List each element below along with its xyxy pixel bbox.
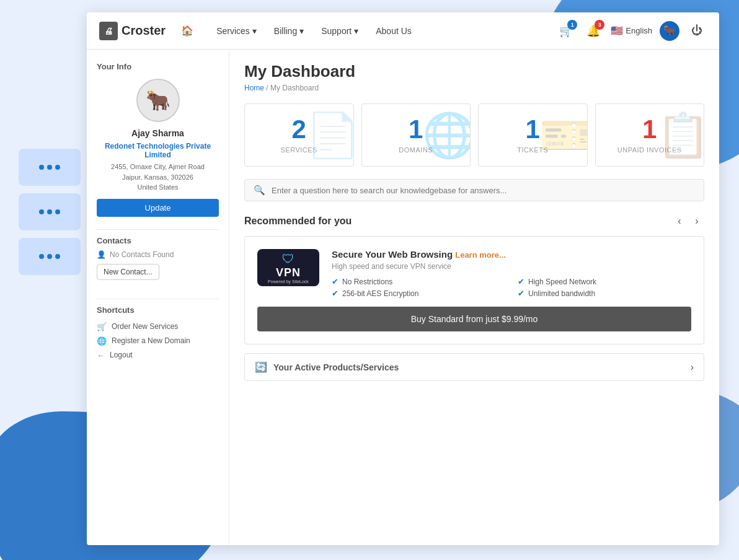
user-avatar: 🐂 — [136, 79, 180, 122]
search-bar: 🔍 — [244, 179, 704, 201]
page-title: My Dashboard — [244, 62, 704, 81]
shortcut-logout[interactable]: ← Logout — [97, 348, 219, 362]
recommend-card: 🛡 VPN Powered by SiteLock Secure Your We… — [244, 236, 704, 344]
vpn-text: VPN — [276, 266, 301, 279]
vpn-sub: Powered by SiteLock — [268, 279, 309, 284]
arrow-right-icon: › — [691, 362, 694, 373]
recommend-top: 🛡 VPN Powered by SiteLock Secure Your We… — [257, 249, 691, 298]
left-card-3 — [19, 238, 81, 275]
chevron-down-icon: ▾ — [299, 26, 304, 36]
user-company: Redonet Technologies Private Limited — [97, 142, 219, 159]
stat-invoices-number: 1 — [602, 116, 698, 142]
recommended-title: Recommended for you — [244, 216, 352, 227]
user-avatar-nav[interactable]: 🐂 — [660, 21, 679, 41]
nav-arrows: ‹ › — [672, 214, 704, 229]
refresh-icon: 🔄 — [255, 361, 267, 373]
check-icon: ✔ — [518, 277, 524, 286]
breadcrumb-home[interactable]: Home — [244, 84, 264, 92]
shortcut-order-services[interactable]: 🛒 Order New Services — [97, 320, 219, 334]
active-products-text: Your Active Products/Services — [273, 362, 684, 372]
power-icon: ⏻ — [691, 24, 702, 37]
cart-badge: 1 — [567, 20, 577, 30]
arrow-left-icon: ← — [97, 351, 105, 360]
nav-links: Services ▾ Billing ▾ Support ▾ About Us — [209, 22, 544, 40]
update-button[interactable]: Update — [97, 199, 219, 217]
new-contact-button[interactable]: New Contact... — [97, 264, 159, 280]
avatar-icon: 🐂 — [660, 21, 679, 41]
features-grid: ✔ No Restrictions ✔ High Speed Network ✔… — [332, 277, 691, 298]
your-info-title: Your Info — [97, 62, 219, 71]
active-products-section[interactable]: 🔄 Your Active Products/Services › — [244, 353, 704, 381]
feature-3: ✔ 256-bit AES Encryption — [332, 289, 505, 298]
stat-services[interactable]: 2 SERVICES 📄 — [244, 103, 354, 167]
shortcuts-title: Shortcuts — [97, 305, 219, 315]
language-button[interactable]: 🇺🇸 English — [611, 25, 652, 37]
contacts-title: Contacts — [97, 236, 219, 245]
next-arrow-button[interactable]: › — [689, 214, 704, 229]
cart-icon: 🛒 — [97, 322, 107, 331]
recommend-body: Secure Your Web Browsing Learn more... H… — [332, 249, 691, 298]
language-label: English — [626, 26, 652, 35]
flag-icon: 🇺🇸 — [611, 25, 623, 37]
feature-4: ✔ Unlimited bandwidth — [518, 289, 691, 298]
main-window: 🖨 Croster 🏠 Services ▾ Billing ▾ Support… — [87, 12, 719, 545]
buy-vpn-button[interactable]: Buy Standard from just $9.99/mo — [257, 307, 691, 331]
navbar: 🖨 Croster 🏠 Services ▾ Billing ▾ Support… — [87, 12, 719, 50]
user-avatar-wrap: 🐂 — [97, 79, 219, 122]
check-icon: ✔ — [332, 277, 339, 286]
stat-tickets[interactable]: 1 TICKETS 🎫 — [478, 103, 588, 167]
page-body: Your Info 🐂 Ajay Sharma Redonet Technolo… — [87, 50, 719, 545]
cart-button[interactable]: 🛒 1 — [556, 21, 576, 41]
vpn-desc: High speed and secure VPN service — [332, 262, 691, 271]
brand-logo[interactable]: 🖨 Croster — [99, 22, 166, 40]
chevron-down-icon: ▾ — [252, 26, 257, 36]
breadcrumb-current: My Dashboard — [270, 84, 319, 92]
nav-about[interactable]: About Us — [368, 22, 419, 40]
check-icon: ✔ — [518, 289, 524, 298]
stat-domains[interactable]: 1 DOMAINS 🌐 — [361, 103, 471, 167]
stat-domains-label: DOMAINS — [368, 146, 464, 154]
learn-more-link[interactable]: Learn more... — [455, 250, 506, 260]
no-contacts-text: 👤 No Contacts Found — [97, 250, 219, 259]
chevron-down-icon: ▾ — [354, 26, 358, 36]
brand-name: Croster — [122, 24, 166, 38]
feature-2: ✔ High Speed Network — [518, 277, 691, 286]
vpn-title: Secure Your Web Browsing Learn more... — [332, 249, 691, 260]
home-nav-button[interactable]: 🏠 — [178, 22, 197, 40]
search-icon: 🔍 — [254, 185, 265, 196]
breadcrumb: Home / My Dashboard — [244, 84, 704, 92]
prev-arrow-button[interactable]: ‹ — [672, 214, 687, 229]
logout-nav-button[interactable]: ⏻ — [687, 21, 707, 41]
notifications-button[interactable]: 🔔 3 — [583, 21, 603, 41]
brand-icon: 🖨 — [99, 22, 118, 40]
vpn-logo: 🛡 VPN Powered by SiteLock — [257, 249, 319, 286]
feature-1: ✔ No Restrictions — [332, 277, 505, 286]
sidebar: Your Info 🐂 Ajay Sharma Redonet Technolo… — [87, 50, 229, 545]
nav-support[interactable]: Support ▾ — [314, 22, 366, 40]
main-content: My Dashboard Home / My Dashboard 2 SERVI… — [229, 50, 719, 545]
stat-invoices-label: UNPAID INVOICES — [602, 146, 698, 154]
shield-icon: 🛡 — [282, 252, 294, 266]
navbar-right: 🛒 1 🔔 3 🇺🇸 English 🐂 ⏻ — [556, 21, 707, 41]
stat-services-label: SERVICES — [251, 146, 347, 154]
check-icon: ✔ — [332, 289, 339, 298]
search-input[interactable] — [272, 186, 695, 195]
stat-services-number: 2 — [251, 116, 347, 142]
nav-billing[interactable]: Billing ▾ — [267, 22, 311, 40]
stats-row: 2 SERVICES 📄 1 DOMAINS 🌐 1 TICKETS 🎫 1 U… — [244, 103, 704, 167]
stat-tickets-number: 1 — [485, 116, 581, 142]
nav-services[interactable]: Services ▾ — [209, 22, 264, 40]
user-address: 2455, Omaxe City, Ajmer Road Jaipur, Kan… — [97, 162, 219, 193]
left-card-1 — [19, 149, 81, 186]
recommended-header: Recommended for you ‹ › — [244, 214, 704, 229]
notif-badge: 3 — [595, 20, 604, 30]
stat-tickets-label: TICKETS — [485, 146, 581, 154]
user-name: Ajay Sharma — [97, 128, 219, 138]
stat-domains-number: 1 — [368, 116, 464, 142]
stat-invoices[interactable]: 1 UNPAID INVOICES 📋 — [595, 103, 705, 167]
person-icon: 👤 — [97, 250, 106, 259]
shortcut-register-domain[interactable]: 🌐 Register a New Domain — [97, 334, 219, 348]
globe-icon: 🌐 — [97, 336, 107, 346]
left-card-2 — [19, 193, 81, 230]
